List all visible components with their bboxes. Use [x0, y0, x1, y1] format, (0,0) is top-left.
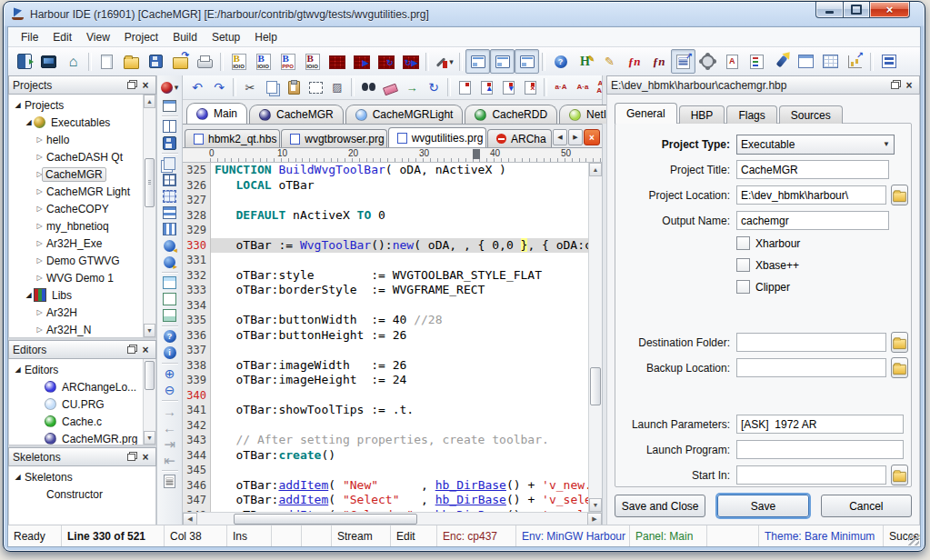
- bookmark-prev-button[interactable]: ▴: [475, 77, 497, 98]
- xbase-checkbox[interactable]: [736, 258, 750, 272]
- properties-float-button[interactable]: [888, 79, 901, 91]
- scroll-down-icon[interactable]: ▼: [144, 324, 155, 337]
- tab-scroll-left-button[interactable]: ◀: [553, 129, 567, 145]
- nav-prev-button[interactable]: ←: [159, 419, 180, 435]
- save-button[interactable]: [144, 49, 168, 74]
- select-block-button[interactable]: [305, 77, 326, 98]
- output-button[interactable]: [876, 49, 901, 74]
- minimize-button[interactable]: [815, 2, 844, 18]
- project-item-cachemgr[interactable]: ▷CacheMGR: [9, 165, 144, 183]
- maximize-button[interactable]: [844, 2, 870, 18]
- menu-file[interactable]: File: [14, 29, 45, 45]
- editor-vertical-scrollbar[interactable]: ▲ ▼: [588, 163, 602, 512]
- zoom-out-button[interactable]: ⊖: [159, 382, 180, 398]
- horizontal-view-button[interactable]: [159, 205, 180, 221]
- nav-next-button[interactable]: →: [159, 403, 180, 419]
- menu-project[interactable]: Project: [117, 29, 165, 45]
- search-button[interactable]: [769, 49, 794, 74]
- scroll-left-icon[interactable]: ◀: [183, 513, 197, 525]
- compile-all-button[interactable]: BIOIO: [300, 49, 325, 74]
- bookmark-toggle-button[interactable]: [454, 77, 475, 98]
- skeleton-item-skeletons[interactable]: ◢Skeletons: [9, 468, 155, 485]
- project-item-wvg-demo-1[interactable]: ▷WVG Demo 1: [9, 269, 144, 286]
- project-item-demo-gtwvg[interactable]: ▷Demo GTWVG: [9, 252, 144, 269]
- nav-last-button[interactable]: ⇥: [159, 435, 180, 452]
- editors-scrollbar[interactable]: ▼: [143, 359, 155, 445]
- editor-item-archangelo[interactable]: ARChangeLo...: [9, 378, 144, 395]
- project-item-ar32h-exe[interactable]: ▷Ar32H_Exe: [9, 235, 144, 252]
- compile-button[interactable]: BIOIO: [226, 49, 251, 74]
- find-in-files-button[interactable]: [720, 49, 745, 74]
- functions-browser-button[interactable]: ƒn: [646, 49, 671, 74]
- save-layout-button[interactable]: [159, 135, 180, 151]
- panel-style-b-button[interactable]: [159, 291, 180, 307]
- redo-button[interactable]: ↷: [208, 77, 230, 98]
- duplicate-view-button[interactable]: [159, 155, 180, 172]
- backup-location-browse-button[interactable]: [891, 357, 908, 378]
- new-panel-button[interactable]: [159, 97, 180, 114]
- toggle-left-panel-button[interactable]: [465, 49, 490, 74]
- bookmark-clear-button[interactable]: ×: [519, 77, 541, 98]
- scrollbar-thumb[interactable]: [145, 361, 155, 390]
- home-button[interactable]: ⌂: [61, 49, 85, 74]
- file-tab-wvgtbrowser-prg[interactable]: wvgtbrowser.prg: [281, 129, 386, 147]
- menu-build[interactable]: Build: [165, 29, 205, 45]
- launch-parameters-input[interactable]: [736, 415, 904, 434]
- clipper-checkbox[interactable]: [736, 280, 750, 294]
- editors-float-button[interactable]: [125, 344, 137, 355]
- toggle-right-panel-button[interactable]: [515, 49, 539, 74]
- project-tab-cacherdd[interactable]: CacheRDD: [465, 105, 557, 124]
- browse-next-button[interactable]: [159, 254, 180, 270]
- scroll-right-icon[interactable]: ▶: [587, 513, 602, 525]
- info-button[interactable]: i: [159, 345, 180, 361]
- editor-item-editors[interactable]: ◢Editors: [9, 361, 144, 378]
- title-bar[interactable]: Harbour IDE (r16901) [CacheMGR] [E:/harb…: [4, 2, 925, 26]
- compile-ppo-button[interactable]: BPPO: [275, 49, 300, 74]
- project-title-input[interactable]: [736, 160, 889, 179]
- to-lower-button[interactable]: A·a: [572, 77, 594, 98]
- scrollbar-thumb[interactable]: [145, 158, 155, 207]
- scroll-up-icon[interactable]: ▲: [589, 163, 602, 176]
- stats-button[interactable]: [843, 49, 867, 74]
- tab-scroll-right-button[interactable]: ▶: [568, 129, 583, 145]
- scroll-down-icon[interactable]: ▼: [144, 431, 155, 445]
- project-item-my-hbnetioq[interactable]: ▷my_hbnetioq: [9, 217, 144, 235]
- file-tab-archa[interactable]: ARCha: [487, 129, 552, 147]
- cancel-button[interactable]: Cancel: [821, 495, 912, 517]
- browse-prev-button[interactable]: [159, 237, 180, 254]
- editor-theme-button[interactable]: ▾: [161, 77, 179, 97]
- harbour-help-button[interactable]: H: [573, 49, 597, 74]
- settings-button[interactable]: [695, 49, 720, 74]
- start-in-input[interactable]: [736, 465, 886, 485]
- project-item-libs[interactable]: ◢Libs: [9, 286, 144, 304]
- output-name-input[interactable]: [736, 211, 889, 230]
- file-tab-hbmk2-qt-hbs[interactable]: hbmk2_qt.hbs: [185, 129, 280, 147]
- project-item-hello[interactable]: ▷hello: [9, 131, 144, 148]
- functions-list-button[interactable]: ƒn: [622, 49, 646, 74]
- tab-general[interactable]: General: [615, 103, 677, 124]
- project-type-select[interactable]: Executable▼: [736, 135, 895, 155]
- grid-view-button[interactable]: [159, 172, 180, 188]
- start-in-browse-button[interactable]: [891, 465, 908, 485]
- data-grid-button[interactable]: [818, 49, 843, 74]
- save-button[interactable]: Save: [717, 495, 808, 517]
- backup-location-input[interactable]: [736, 358, 886, 377]
- bookmark-next-button[interactable]: ▾: [497, 77, 519, 98]
- close-tab-button[interactable]: ×: [584, 129, 600, 145]
- show-desktop-button[interactable]: [36, 49, 61, 74]
- to-upper-button[interactable]: a·A: [550, 77, 572, 98]
- replace-button[interactable]: [379, 77, 401, 98]
- zoom-in-button[interactable]: ⊕: [159, 365, 180, 382]
- destination-folder-input[interactable]: [736, 333, 886, 352]
- rebuild-launch-button[interactable]: ↻▶: [398, 49, 423, 74]
- menu-view[interactable]: View: [79, 29, 117, 45]
- view-source-button[interactable]: [159, 473, 180, 489]
- build-launch-button[interactable]: ▶: [349, 49, 374, 74]
- stream-select-button[interactable]: ▨: [326, 77, 348, 98]
- project-item-ar32h[interactable]: ▷Ar32H: [9, 304, 144, 321]
- panel-style-a-button[interactable]: [159, 275, 180, 291]
- skeletons-float-button[interactable]: [125, 451, 137, 463]
- project-item-executables[interactable]: ◢Executables: [9, 114, 144, 131]
- split-view-button[interactable]: [159, 118, 180, 135]
- open-project-button[interactable]: [168, 49, 193, 74]
